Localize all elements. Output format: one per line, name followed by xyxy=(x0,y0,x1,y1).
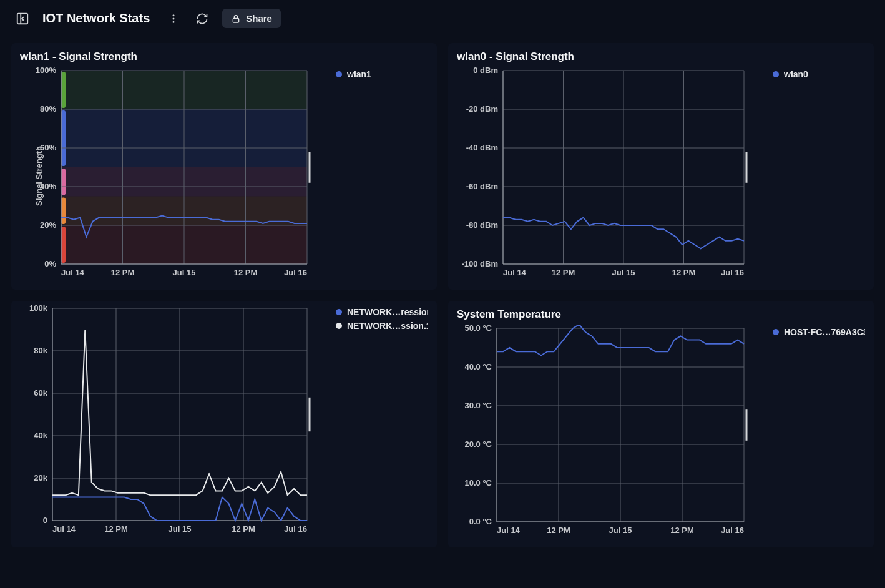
svg-text:12 PM: 12 PM xyxy=(547,526,570,535)
legend-label: NETWORK…ression xyxy=(347,307,428,317)
panel-wlan0: wlan0 - Signal Strength -100 dBm-80 dBm-… xyxy=(448,43,874,290)
legend: wlan0 xyxy=(765,67,865,285)
legend-item[interactable]: wlan1 xyxy=(336,69,428,79)
legend-dot-icon xyxy=(336,309,342,315)
svg-rect-14 xyxy=(61,72,66,108)
legend: HOST-FC…769A3C3 xyxy=(765,325,865,542)
svg-text:20%: 20% xyxy=(40,220,56,230)
svg-text:12 PM: 12 PM xyxy=(672,268,696,277)
svg-text:12 PM: 12 PM xyxy=(111,268,135,277)
share-button[interactable]: Share xyxy=(222,9,281,28)
share-label: Share xyxy=(246,13,272,24)
svg-text:60%: 60% xyxy=(40,143,56,152)
legend-item[interactable]: NETWORK…ression xyxy=(336,307,428,317)
legend-item[interactable]: NETWORK…ssion.1 xyxy=(336,321,428,331)
legend-label: wlan1 xyxy=(347,69,371,79)
svg-text:80k: 80k xyxy=(34,346,47,355)
svg-text:Jul 16: Jul 16 xyxy=(721,526,744,535)
svg-text:12 PM: 12 PM xyxy=(232,524,255,534)
panel-temp: System Temperature 0.0 °C10.0 °C20.0 °C3… xyxy=(448,301,874,547)
svg-text:Jul 14: Jul 14 xyxy=(497,526,521,535)
refresh-icon[interactable] xyxy=(193,10,211,27)
svg-text:-40 dBm: -40 dBm xyxy=(466,143,498,152)
svg-text:10.0 °C: 10.0 °C xyxy=(464,478,492,488)
svg-text:Jul 15: Jul 15 xyxy=(169,524,192,534)
legend-dot-icon xyxy=(773,329,779,335)
svg-text:12 PM: 12 PM xyxy=(552,268,575,277)
legend-label: NETWORK…ssion.1 xyxy=(347,321,428,331)
panel-wlan1: wlan1 - Signal Strength Signal Strength … xyxy=(11,43,437,290)
svg-text:100k: 100k xyxy=(29,305,48,313)
svg-text:40%: 40% xyxy=(40,182,56,191)
svg-text:30.0 °C: 30.0 °C xyxy=(464,401,492,410)
collapse-sidebar-icon[interactable] xyxy=(14,10,31,27)
svg-text:-20 dBm: -20 dBm xyxy=(466,104,498,114)
svg-rect-4 xyxy=(233,18,239,22)
panel-title: System Temperature xyxy=(457,308,865,321)
legend-dot-icon xyxy=(336,323,342,329)
svg-text:Jul 15: Jul 15 xyxy=(612,268,635,277)
svg-rect-11 xyxy=(61,198,66,225)
svg-rect-12 xyxy=(61,169,66,195)
svg-text:0: 0 xyxy=(43,516,47,525)
svg-point-3 xyxy=(173,21,175,22)
svg-text:50.0 °C: 50.0 °C xyxy=(464,325,492,333)
svg-text:Jul 14: Jul 14 xyxy=(503,268,527,277)
svg-text:Jul 16: Jul 16 xyxy=(284,268,307,277)
dashboard-grid: wlan1 - Signal Strength Signal Strength … xyxy=(0,37,885,559)
svg-text:-60 dBm: -60 dBm xyxy=(466,182,498,191)
lock-icon xyxy=(231,14,241,24)
svg-point-1 xyxy=(173,14,175,16)
svg-text:Jul 14: Jul 14 xyxy=(52,524,76,534)
svg-text:12 PM: 12 PM xyxy=(234,268,258,277)
svg-text:Jul 14: Jul 14 xyxy=(61,268,85,277)
legend-dot-icon xyxy=(773,71,779,77)
svg-text:-100 dBm: -100 dBm xyxy=(461,259,498,268)
svg-text:40.0 °C: 40.0 °C xyxy=(464,362,492,371)
panel-title: wlan1 - Signal Strength xyxy=(20,51,428,63)
panel-network: 020k40k60k80k100kJul 1412 PMJul 1512 PMJ… xyxy=(11,301,437,547)
svg-text:12 PM: 12 PM xyxy=(104,524,128,534)
legend-label: wlan0 xyxy=(784,69,808,79)
page-title: IOT Network Stats xyxy=(42,11,150,26)
svg-text:Jul 16: Jul 16 xyxy=(721,268,744,277)
svg-text:0 dBm: 0 dBm xyxy=(473,67,498,75)
svg-text:Jul 16: Jul 16 xyxy=(284,524,307,534)
top-bar: IOT Network Stats Share xyxy=(0,0,885,37)
svg-text:20k: 20k xyxy=(34,473,47,483)
legend-item[interactable]: HOST-FC…769A3C3 xyxy=(773,327,865,337)
svg-text:0%: 0% xyxy=(44,259,56,268)
svg-text:-80 dBm: -80 dBm xyxy=(466,220,498,230)
chart-temp[interactable]: 0.0 °C10.0 °C20.0 °C30.0 °C40.0 °C50.0 °… xyxy=(457,325,765,542)
svg-text:40k: 40k xyxy=(34,431,47,440)
svg-text:80%: 80% xyxy=(40,104,56,114)
svg-text:Jul 15: Jul 15 xyxy=(609,526,632,535)
svg-rect-13 xyxy=(61,110,66,166)
svg-text:60k: 60k xyxy=(34,388,47,398)
panel-title: wlan0 - Signal Strength xyxy=(457,51,865,63)
svg-text:100%: 100% xyxy=(36,67,57,75)
legend-dot-icon xyxy=(336,71,342,77)
svg-text:20.0 °C: 20.0 °C xyxy=(464,439,492,449)
svg-text:Jul 15: Jul 15 xyxy=(173,268,196,277)
svg-text:0.0 °C: 0.0 °C xyxy=(469,517,492,526)
legend: NETWORK…ression NETWORK…ssion.1 xyxy=(328,305,428,542)
chart-wlan0[interactable]: -100 dBm-80 dBm-60 dBm-40 dBm-20 dBm0 dB… xyxy=(457,67,765,285)
legend-label: HOST-FC…769A3C3 xyxy=(784,327,865,337)
more-menu-icon[interactable] xyxy=(165,10,182,27)
legend-item[interactable]: wlan0 xyxy=(773,69,865,79)
svg-text:12 PM: 12 PM xyxy=(670,526,694,535)
legend: wlan1 xyxy=(328,67,428,285)
chart-network[interactable]: 020k40k60k80k100kJul 1412 PMJul 1512 PMJ… xyxy=(20,305,328,542)
chart-wlan1[interactable]: 0%20%40%60%80%100%Jul 1412 PMJul 1512 PM… xyxy=(20,67,328,285)
svg-rect-10 xyxy=(61,227,66,263)
svg-point-2 xyxy=(173,17,175,19)
